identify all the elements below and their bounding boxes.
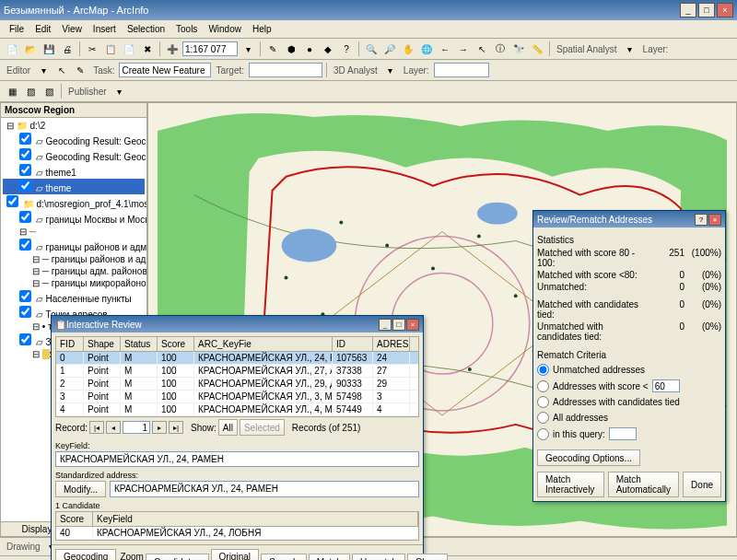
new-icon[interactable]: 📄 bbox=[4, 41, 20, 57]
address-grid[interactable]: FIDShapeStatusScoreARC_KeyFieIDADRES 0Po… bbox=[55, 336, 419, 417]
last-icon[interactable]: ▸| bbox=[169, 421, 183, 434]
open-icon[interactable]: 📂 bbox=[22, 41, 39, 57]
tree-node[interactable]: ▱ theme bbox=[3, 179, 145, 194]
column-header[interactable]: ARC_KeyFie bbox=[194, 337, 333, 351]
radio-input[interactable] bbox=[537, 364, 549, 376]
criteria-input[interactable] bbox=[609, 427, 637, 440]
menu-window[interactable]: Window bbox=[203, 22, 247, 36]
minimize-button[interactable]: _ bbox=[379, 319, 392, 331]
help-icon[interactable]: ? bbox=[338, 41, 355, 57]
close-button[interactable]: × bbox=[717, 3, 733, 18]
radio-input[interactable] bbox=[537, 428, 549, 440]
layer-checkbox[interactable] bbox=[19, 148, 31, 160]
tool-icon[interactable]: ⬢ bbox=[283, 41, 299, 57]
layer-input[interactable] bbox=[434, 63, 489, 77]
chevron-down-icon[interactable]: ▾ bbox=[622, 41, 638, 57]
back-icon[interactable]: ← bbox=[437, 41, 453, 57]
tree-node[interactable]: ⊟ ─ границы адм. районов bbox=[3, 265, 145, 277]
tree-node[interactable]: ▱ границы районов и адм. окр bbox=[3, 238, 145, 253]
table-row[interactable]: 1PointM100КРАСНОАРМЕЙСКАЯ УЛ., 27, АЭРОП… bbox=[56, 365, 418, 378]
match-automatically-button[interactable]: Match Automatically bbox=[608, 472, 679, 497]
column-header[interactable]: ID bbox=[333, 337, 373, 351]
tool-icon[interactable]: ▨ bbox=[22, 83, 39, 99]
menu-tools[interactable]: Tools bbox=[170, 22, 203, 36]
tree-node[interactable]: ▱ границы Москвы и Московск bbox=[3, 210, 145, 226]
radio-option[interactable]: All addresses bbox=[537, 410, 721, 426]
chevron-down-icon[interactable]: ▾ bbox=[111, 83, 128, 99]
radio-input[interactable] bbox=[537, 380, 549, 392]
measure-icon[interactable]: 📏 bbox=[529, 41, 545, 57]
pointer-icon[interactable]: ↖ bbox=[474, 41, 490, 57]
spatial-analyst-label[interactable]: Spatial Analyst bbox=[554, 44, 620, 54]
full-extent-icon[interactable]: 🌐 bbox=[418, 41, 435, 57]
find-icon[interactable]: 🔭 bbox=[510, 41, 527, 57]
menu-selection[interactable]: Selection bbox=[122, 22, 170, 36]
table-row[interactable]: 0PointM100КРАСНОАРМЕЙСКАЯ УЛ., 24, РАМЕН… bbox=[56, 352, 418, 365]
scale-input[interactable] bbox=[182, 41, 238, 56]
layer-checkbox[interactable] bbox=[19, 164, 31, 176]
maximize-button[interactable]: □ bbox=[698, 3, 715, 18]
editor-label[interactable]: Editor bbox=[4, 65, 33, 76]
publisher-label[interactable]: Publisher bbox=[65, 87, 110, 97]
menu-edit[interactable]: Edit bbox=[29, 22, 56, 36]
unmatch-button[interactable]: Unmatch bbox=[352, 554, 405, 560]
layer-checkbox[interactable] bbox=[19, 180, 31, 192]
tree-node[interactable]: ▱ theme1 bbox=[3, 163, 145, 179]
record-input[interactable] bbox=[123, 421, 150, 434]
zoom-out-icon[interactable]: 🔎 bbox=[381, 41, 398, 57]
layer-checkbox[interactable] bbox=[19, 333, 31, 345]
layer-checkbox[interactable] bbox=[19, 239, 31, 251]
drawing-label[interactable]: Drawing bbox=[4, 542, 43, 552]
close-button[interactable]: × bbox=[708, 214, 721, 226]
radio-input[interactable] bbox=[537, 396, 549, 408]
layer-checkbox[interactable] bbox=[19, 306, 31, 318]
match-interactively-button[interactable]: Match Interactively bbox=[537, 472, 604, 497]
candidate-grid[interactable]: Score KeyField 40 КРАСНОАРМЕЙСКАЯ УЛ., 2… bbox=[55, 511, 419, 541]
column-header[interactable]: Status bbox=[121, 337, 158, 351]
dialog-titlebar[interactable]: 📋 Interactive Review _ □ × bbox=[52, 316, 423, 332]
help-button[interactable]: ? bbox=[695, 214, 708, 226]
task-input[interactable] bbox=[119, 63, 211, 77]
cut-icon[interactable]: ✂ bbox=[84, 41, 100, 57]
close-button[interactable]: Close bbox=[407, 554, 448, 560]
target-input[interactable] bbox=[249, 63, 322, 77]
menu-file[interactable]: File bbox=[4, 22, 29, 36]
tree-node[interactable]: ⊟ ─ границы микрорайонов bbox=[3, 277, 145, 289]
minimize-button[interactable]: _ bbox=[680, 3, 696, 18]
close-button[interactable]: × bbox=[406, 319, 419, 331]
radio-option[interactable]: Addresses with score < bbox=[537, 378, 721, 394]
column-header[interactable]: ADRES bbox=[373, 337, 410, 351]
forward-icon[interactable]: → bbox=[455, 41, 472, 57]
geocoding-options-button[interactable]: Geocoding Options... bbox=[537, 449, 640, 466]
tool-icon[interactable]: ● bbox=[301, 41, 318, 57]
first-icon[interactable]: |◂ bbox=[89, 421, 104, 434]
column-header[interactable]: FID bbox=[56, 337, 84, 351]
column-header[interactable]: Shape bbox=[84, 337, 121, 351]
add-data-icon[interactable]: ➕ bbox=[164, 41, 181, 57]
next-icon[interactable]: ▸ bbox=[152, 421, 167, 434]
column-header[interactable]: Score bbox=[158, 337, 194, 351]
radio-option[interactable]: Addresses with candidates tied bbox=[537, 394, 721, 410]
criteria-input[interactable] bbox=[652, 379, 680, 392]
tree-node[interactable]: ⊟ ─ границы районов и адм bbox=[3, 253, 145, 265]
radio-input[interactable] bbox=[537, 412, 549, 424]
geocoding-options-button[interactable]: Geocoding Options... bbox=[55, 549, 116, 560]
radio-option[interactable]: in this query: bbox=[537, 426, 721, 442]
done-button[interactable]: Done bbox=[683, 472, 721, 497]
table-row[interactable]: 40 КРАСНОАРМЕЙСКАЯ УЛ., 24, ЛОБНЯ bbox=[56, 527, 418, 540]
prev-icon[interactable]: ◂ bbox=[106, 421, 121, 434]
copy-icon[interactable]: 📋 bbox=[102, 41, 119, 57]
table-row[interactable]: 3PointM100КРАСНОАРМЕЙСКАЯ УЛ., 3, МЫТИЩИ… bbox=[56, 391, 418, 403]
chevron-down-icon[interactable]: ▾ bbox=[240, 41, 256, 57]
tool-icon[interactable]: ▦ bbox=[4, 83, 20, 99]
tree-node[interactable]: ▱ Geocoding Result: Geocoding bbox=[3, 132, 145, 147]
identify-icon[interactable]: ⓘ bbox=[492, 41, 509, 57]
tree-node[interactable]: ▱ Населенные пункты bbox=[3, 289, 145, 305]
chevron-down-icon[interactable]: ▾ bbox=[35, 62, 52, 78]
layer-checkbox[interactable] bbox=[19, 211, 31, 223]
pointer-icon[interactable]: ↖ bbox=[53, 62, 70, 78]
analyst3d-label[interactable]: 3D Analyst bbox=[331, 65, 380, 76]
table-row[interactable]: 4PointM100КРАСНОАРМЕЙСКАЯ УЛ., 4, МЫТИЩИ… bbox=[56, 403, 418, 416]
sketch-icon[interactable]: ✎ bbox=[72, 62, 88, 78]
menu-insert[interactable]: Insert bbox=[88, 22, 122, 36]
